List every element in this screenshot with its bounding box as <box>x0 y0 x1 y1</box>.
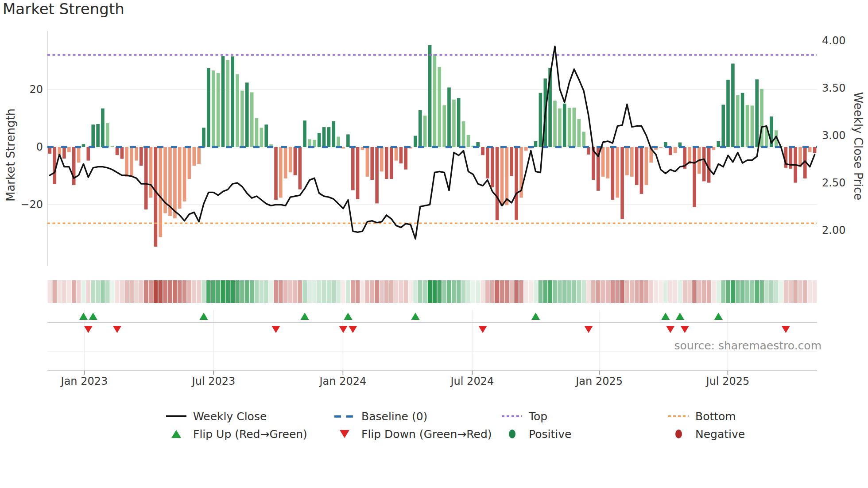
heatmap-cell <box>558 280 562 303</box>
heatmap-cell <box>500 280 504 303</box>
right-axis-tick-label: 4.00 <box>822 35 845 47</box>
heatmap-cell <box>471 280 476 303</box>
legend-label: Positive <box>529 428 571 441</box>
heatmap-cell <box>611 280 615 303</box>
heatmap-cell <box>260 280 264 303</box>
flip-up-marker <box>344 313 352 320</box>
heatmap-cell <box>221 280 225 303</box>
strength-bar <box>178 147 182 209</box>
flip-down-marker <box>84 326 93 333</box>
heatmap-cell <box>543 280 548 303</box>
strength-bar <box>577 119 581 147</box>
strength-bar <box>318 133 321 147</box>
heatmap-cell <box>418 280 422 303</box>
heatmap-cell <box>110 280 115 303</box>
strength-bar <box>611 147 615 200</box>
strength-bar <box>515 147 518 220</box>
strength-bar <box>212 70 215 147</box>
strength-bar <box>370 147 374 180</box>
strength-bar <box>659 147 663 148</box>
heatmap-cell <box>312 280 317 303</box>
heatmap-cell <box>697 280 701 303</box>
x-axis-date-label: Jan 2024 <box>298 375 387 387</box>
flip-down-marker <box>479 326 487 333</box>
weekly-close-line-icon <box>165 415 188 417</box>
flip-up-marker <box>89 313 97 320</box>
left-axis-tick-label: 20 <box>0 83 43 96</box>
heatmap-cell <box>813 280 817 303</box>
strength-bar <box>640 147 643 194</box>
heatmap-cell <box>360 280 365 303</box>
heatmap-cell <box>53 280 57 303</box>
negative-dot-icon <box>667 430 690 438</box>
top-dots-icon <box>500 415 523 417</box>
strength-bar <box>813 147 817 153</box>
strength-bar <box>438 67 442 147</box>
x-axis-date-label: Jul 2025 <box>683 375 772 387</box>
strength-bar <box>279 147 283 198</box>
heatmap-cell <box>129 280 134 303</box>
heatmap-cell <box>620 280 624 303</box>
heatmap-cell <box>509 280 514 303</box>
heatmap-cell <box>461 280 466 303</box>
legend-row-1: Weekly Close Baseline (0) Top Bottom <box>165 407 785 425</box>
flip-up-marker <box>661 313 670 320</box>
strength-bar <box>741 93 744 147</box>
strength-bar <box>385 147 388 179</box>
strength-bar <box>751 105 754 147</box>
chart-title: Market Strength <box>3 0 124 18</box>
heatmap-cell <box>351 280 355 303</box>
heatmap-cell <box>370 280 374 303</box>
heatmap-cell <box>798 280 802 303</box>
strength-bar <box>423 116 427 147</box>
heatmap-cell <box>173 280 177 303</box>
heatmap-cell <box>279 280 283 303</box>
heatmap-cell <box>581 280 586 303</box>
strength-bar <box>217 73 220 147</box>
left-axis-tick-label: 0 <box>0 141 43 153</box>
heatmap-cell <box>197 280 201 303</box>
flip-down-marker <box>585 326 593 333</box>
heatmap-cell <box>702 280 706 303</box>
legend-item-flip-up: Flip Up (Red→Green) <box>165 428 333 441</box>
strength-bar <box>587 147 590 155</box>
heatmap-cell <box>774 280 779 303</box>
strength-bar <box>433 54 437 147</box>
heatmap-cell <box>644 280 649 303</box>
x-axis-date-label: Jul 2024 <box>428 375 516 387</box>
heatmap-cell <box>712 280 716 303</box>
heatmap-cell <box>380 280 384 303</box>
heatmap-cell <box>789 280 793 303</box>
heatmap-cell <box>48 280 52 303</box>
strength-bar <box>366 147 369 177</box>
strength-bar <box>72 147 76 185</box>
strength-bar <box>616 147 619 198</box>
heatmap-cell <box>206 280 211 303</box>
heatmap-cell <box>529 280 533 303</box>
strength-bar <box>140 147 143 166</box>
strength-bar <box>96 124 100 147</box>
heatmap-cell <box>264 280 268 303</box>
heatmap-cell <box>793 280 798 303</box>
heatmap-cell <box>77 280 81 303</box>
strength-bar <box>746 105 749 147</box>
heatmap-cell <box>519 280 523 303</box>
flip-up-marker <box>676 313 684 320</box>
strength-bar <box>202 128 205 147</box>
strength-bar <box>380 147 384 171</box>
heatmap-cell <box>505 280 509 303</box>
heatmap-cell <box>740 280 745 303</box>
heatmap-cell <box>72 280 76 303</box>
heatmap-cell <box>750 280 755 303</box>
strength-bar <box>207 68 210 147</box>
heatmap-cell <box>149 280 153 303</box>
heatmap-cell <box>399 280 403 303</box>
flip-down-marker <box>782 326 790 333</box>
heatmap-cell <box>726 280 730 303</box>
heatmap-cell <box>250 280 254 303</box>
strength-bar <box>274 147 278 200</box>
strength-bar <box>486 147 489 178</box>
heatmap-cell <box>202 280 206 303</box>
flip-down-marker <box>681 326 689 333</box>
strength-bar <box>467 135 470 147</box>
